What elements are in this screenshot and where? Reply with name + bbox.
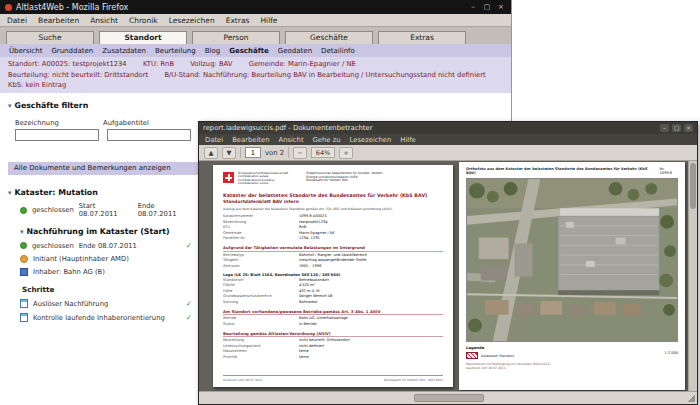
tab-standort[interactable]: Standort <box>99 31 187 44</box>
maximize-button[interactable]: ▢ <box>482 2 492 12</box>
data-rows: Katasternummer1099.8-A00025 Bezeichnungt… <box>223 214 443 360</box>
filter-section-title: Geschäfte filtern <box>15 101 89 110</box>
company-icon <box>20 268 28 276</box>
menu-chronik[interactable]: Chronik <box>129 16 158 25</box>
tab-geschaefte[interactable]: Geschäfte <box>285 31 373 44</box>
filter-section-header[interactable]: ▾ Geschäfte filtern <box>8 101 511 110</box>
section-header: Am Standort vorhandene/gewesene Betriebe… <box>223 309 443 316</box>
subtab-geschaefte[interactable]: Geschäfte <box>229 47 269 55</box>
menu-ansicht[interactable]: Ansicht <box>278 136 303 144</box>
subtab-beurteilung[interactable]: Beurteilung <box>155 47 196 55</box>
status-closed-icon <box>20 207 27 214</box>
menu-extras[interactable]: Extras <box>226 16 250 25</box>
legend-item: belasteter Standort <box>466 352 514 359</box>
pdf-viewer-window: report.ladewigsuccis.pdf - Dokumentenbet… <box>198 121 698 405</box>
pdf-page-1: Schweizerische Eidgenossenschaft Confédé… <box>213 165 453 387</box>
menu-lesezeichen[interactable]: Lesezeichen <box>350 136 392 144</box>
viewer-statusbar <box>199 391 697 404</box>
zoom-out-button[interactable]: − <box>293 147 307 159</box>
info-standort: Standort: A00025: testprojekt1234 <box>8 60 127 68</box>
toolbar-separator <box>240 147 241 158</box>
firefox-titlebar[interactable]: Altlast4Web - Mozilla Firefox – ▢ × <box>0 0 511 14</box>
minimize-button[interactable]: – <box>468 2 478 12</box>
map-scale: 1:2'000 <box>664 351 678 355</box>
page-number-input[interactable] <box>245 147 261 158</box>
menu-bearbeiten[interactable]: Bearbeiten <box>232 136 269 144</box>
tab-suche[interactable]: Suche <box>6 31 94 44</box>
wordmark-line: Confederaziun svizra <box>238 182 288 185</box>
step-row[interactable]: Kontrolle laufende Inhaberorientierung ✓ <box>20 313 192 322</box>
vertical-scrollbar[interactable] <box>688 161 697 391</box>
subtab-grunddaten[interactable]: Grunddaten <box>51 47 93 55</box>
menu-hilfe[interactable]: Hilfe <box>260 16 277 25</box>
party-row-initiant[interactable]: Initiant (Hauptinhaber AMD) <box>20 255 192 263</box>
orthophoto-aerial-image <box>466 178 678 342</box>
minimize-button[interactable]: – <box>660 124 669 132</box>
tab-extras[interactable]: Extras <box>378 31 466 44</box>
step2-label[interactable]: Kontrolle laufende Inhaberorientierung <box>33 314 165 322</box>
close-button[interactable]: × <box>684 124 693 132</box>
party2-label[interactable]: Inhaber: Bahn AG (B) <box>33 268 105 276</box>
menu-ansicht[interactable]: Ansicht <box>90 16 118 25</box>
collapse-icon[interactable]: ▾ <box>8 189 12 197</box>
legend-title: Legende <box>466 345 514 350</box>
collapse-icon[interactable]: ▾ <box>8 102 12 110</box>
menu-hilfe[interactable]: Hilfe <box>400 136 415 144</box>
nachfuehrung-title: Nachführung im Kataster (Start) <box>27 227 170 236</box>
party-row-inhaber[interactable]: Inhaber: Bahn AG (B) <box>20 268 192 276</box>
page1-header: Schweizerische Eidgenossenschaft Confédé… <box>223 172 443 186</box>
previous-page-button[interactable]: ▲ <box>204 147 218 159</box>
viewer-titlebar[interactable]: report.ladewigsuccis.pdf - Dokumentenbet… <box>199 122 697 134</box>
lage-line: Lage (LK 25: Blatt 1164, Koordinaten 565… <box>223 273 443 277</box>
window-title: Altlast4Web - Mozilla Firefox <box>16 3 464 12</box>
step1-label[interactable]: Auslöser Nachführung <box>33 300 108 308</box>
menu-bearbeiten[interactable]: Bearbeiten <box>38 16 79 25</box>
menu-lesezeichen[interactable]: Lesezeichen <box>169 16 215 25</box>
bezeichnung-label: Bezeichnung <box>15 119 103 127</box>
zoom-in-button[interactable]: + <box>339 147 353 159</box>
scrollbar-thumb[interactable] <box>690 163 696 209</box>
step-row[interactable]: Auslöser Nachführung ✓ <box>20 299 192 308</box>
close-button[interactable]: × <box>496 2 506 12</box>
maximize-button[interactable]: ▢ <box>672 124 681 132</box>
kataster-start: Start 08.07.2011 <box>79 202 133 218</box>
standort-info-panel: Standort: A00025: testprojekt1234 KTU: R… <box>0 57 511 93</box>
subtab-detailinfo[interactable]: Detailinfo <box>321 47 355 55</box>
party1-label[interactable]: Initiant (Hauptinhaber AMD) <box>33 255 129 263</box>
kataster-status: geschlossen <box>32 206 74 214</box>
data-row: Parzellen-Nr.1234, 1235 <box>223 236 443 242</box>
tab-person[interactable]: Person <box>192 31 280 44</box>
page-total-label: von 2 <box>265 149 284 157</box>
orthophoto-number: Nr. 1099.8 <box>660 167 678 175</box>
resize-grip[interactable] <box>687 394 695 402</box>
footer-date: Ausdruck vom 08.07.2011 <box>223 378 263 382</box>
document-title: Kataster der belasteten Standorte des Bu… <box>223 193 431 199</box>
bezeichnung-input[interactable] <box>15 129 99 141</box>
next-page-button[interactable]: ▼ <box>222 147 236 159</box>
data-row: Statusin Betrieb <box>223 322 443 328</box>
data-row: NutzungBahnareal <box>223 300 443 306</box>
info-kbs: KbS: kein Eintrag <box>8 81 66 89</box>
nachfuehrung-status-row[interactable]: geschlossen Ende 08.07.2011 ✓ <box>20 241 192 250</box>
subtab-geodaten[interactable]: Geodaten <box>278 47 312 55</box>
person-icon <box>20 255 28 263</box>
subtab-zusatzdaten[interactable]: Zusatzdaten <box>102 47 146 55</box>
section-header: Aufgrund der Tätigkeiten vermutete Belas… <box>223 245 443 252</box>
horizontal-scrollbar-thumb[interactable] <box>414 394 484 402</box>
collapse-icon[interactable]: ▾ <box>20 228 24 236</box>
kataster-status-row[interactable]: geschlossen Start 08.07.2011 Ende 08.07.… <box>20 202 192 218</box>
legend-item-label: belasteter Standort <box>481 354 514 358</box>
subtab-blog[interactable]: Blog <box>205 47 220 55</box>
subtab-uebersicht[interactable]: Übersicht <box>9 47 42 55</box>
menu-gehe-zu[interactable]: Gehe zu <box>313 136 341 144</box>
menu-datei[interactable]: Datei <box>7 16 27 25</box>
legend-block: Legende belasteter Standort 1:2'000 <box>466 345 678 359</box>
menu-datei[interactable]: Datei <box>205 136 223 144</box>
zoom-level[interactable]: 64% <box>311 147 335 158</box>
pdf-page-2: Orthofoto aus dem Kataster der belastete… <box>459 162 685 390</box>
nachfuehrung-status: geschlossen <box>32 242 74 250</box>
sub-tabs: Übersicht Grunddaten Zusatzdaten Beurtei… <box>0 44 511 57</box>
toolbar-separator <box>288 147 289 158</box>
aufgabentitel-input[interactable] <box>107 129 191 141</box>
data-row: Prioritätkeine <box>223 355 443 361</box>
